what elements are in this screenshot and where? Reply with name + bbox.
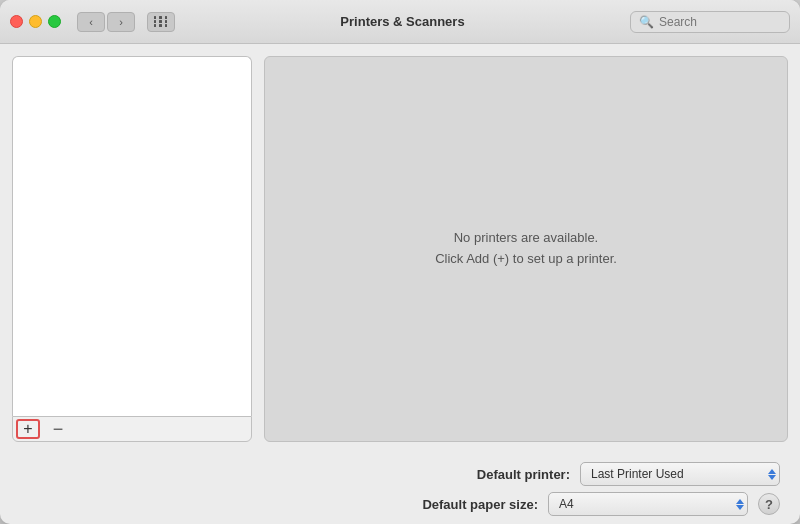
window-title: Printers & Scanners [183,14,622,29]
default-paper-size-select-wrapper: A4 A3 Letter Legal [548,492,748,516]
nav-buttons: ‹ › [77,12,135,32]
close-button[interactable] [10,15,23,28]
grid-icon [154,16,169,27]
add-printer-button[interactable]: + [16,419,40,439]
default-paper-row: Default paper size: A4 A3 Letter Legal ? [20,492,780,516]
bottom-controls: Default printer: Last Printer Used No Pr… [0,454,800,524]
back-button[interactable]: ‹ [77,12,105,32]
no-printers-message: No printers are available. Click Add (+)… [435,228,617,270]
main-content: + − No printers are available. Click Add… [0,44,800,454]
printer-list [12,56,252,416]
minimize-button[interactable] [29,15,42,28]
default-paper-size-row: Default paper size: A4 A3 Letter Legal [20,492,748,516]
traffic-lights [10,15,61,28]
maximize-button[interactable] [48,15,61,28]
default-printer-row: Default printer: Last Printer Used No Pr… [20,462,780,486]
default-paper-size-label: Default paper size: [408,497,538,512]
default-printer-select-wrapper: Last Printer Used No Printer Selected [580,462,780,486]
default-printer-select[interactable]: Last Printer Used No Printer Selected [580,462,780,486]
default-paper-size-select[interactable]: A4 A3 Letter Legal [548,492,748,516]
grid-view-button[interactable] [147,12,175,32]
forward-button[interactable]: › [107,12,135,32]
search-box[interactable]: 🔍 [630,11,790,33]
help-button[interactable]: ? [758,493,780,515]
default-printer-label: Default printer: [440,467,570,482]
printer-list-panel: + − [12,56,252,442]
remove-printer-button[interactable]: − [43,417,73,441]
printers-scanners-window: ‹ › Printers & Scanners 🔍 [0,0,800,524]
search-icon: 🔍 [639,15,654,29]
printer-detail-panel: No printers are available. Click Add (+)… [264,56,788,442]
titlebar: ‹ › Printers & Scanners 🔍 [0,0,800,44]
printer-list-controls: + − [12,416,252,442]
search-input[interactable] [659,15,781,29]
